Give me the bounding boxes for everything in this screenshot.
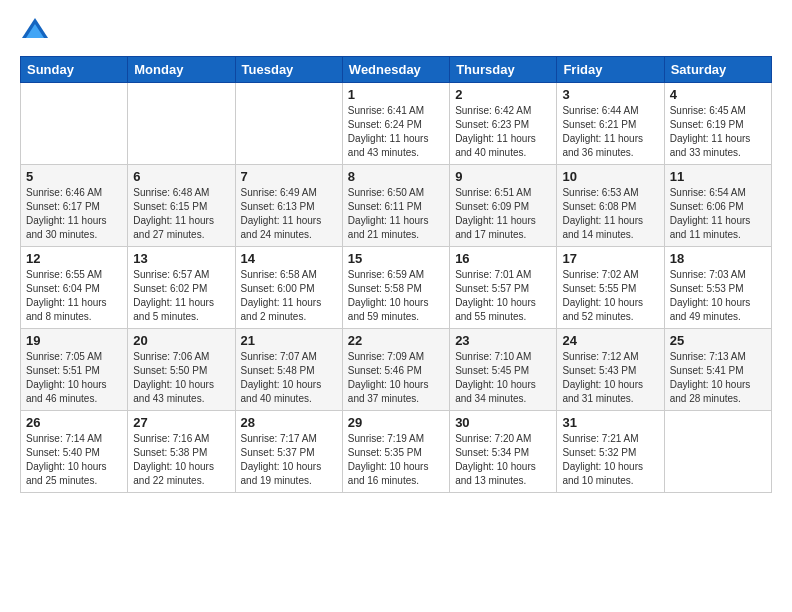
- day-number: 8: [348, 169, 444, 184]
- day-info: Sunrise: 7:03 AM Sunset: 5:53 PM Dayligh…: [670, 268, 766, 324]
- day-number: 28: [241, 415, 337, 430]
- day-number: 3: [562, 87, 658, 102]
- day-number: 16: [455, 251, 551, 266]
- day-cell-19: 19Sunrise: 7:05 AM Sunset: 5:51 PM Dayli…: [21, 329, 128, 411]
- day-info: Sunrise: 7:06 AM Sunset: 5:50 PM Dayligh…: [133, 350, 229, 406]
- day-number: 21: [241, 333, 337, 348]
- day-cell-29: 29Sunrise: 7:19 AM Sunset: 5:35 PM Dayli…: [342, 411, 449, 493]
- day-number: 30: [455, 415, 551, 430]
- day-info: Sunrise: 7:01 AM Sunset: 5:57 PM Dayligh…: [455, 268, 551, 324]
- day-info: Sunrise: 6:42 AM Sunset: 6:23 PM Dayligh…: [455, 104, 551, 160]
- day-number: 18: [670, 251, 766, 266]
- week-row-5: 26Sunrise: 7:14 AM Sunset: 5:40 PM Dayli…: [21, 411, 772, 493]
- day-number: 14: [241, 251, 337, 266]
- day-info: Sunrise: 6:44 AM Sunset: 6:21 PM Dayligh…: [562, 104, 658, 160]
- day-cell-31: 31Sunrise: 7:21 AM Sunset: 5:32 PM Dayli…: [557, 411, 664, 493]
- day-number: 22: [348, 333, 444, 348]
- day-info: Sunrise: 6:41 AM Sunset: 6:24 PM Dayligh…: [348, 104, 444, 160]
- logo-icon: [20, 16, 50, 46]
- day-info: Sunrise: 6:55 AM Sunset: 6:04 PM Dayligh…: [26, 268, 122, 324]
- day-cell-21: 21Sunrise: 7:07 AM Sunset: 5:48 PM Dayli…: [235, 329, 342, 411]
- day-info: Sunrise: 6:46 AM Sunset: 6:17 PM Dayligh…: [26, 186, 122, 242]
- day-number: 29: [348, 415, 444, 430]
- day-number: 4: [670, 87, 766, 102]
- day-info: Sunrise: 6:57 AM Sunset: 6:02 PM Dayligh…: [133, 268, 229, 324]
- day-cell-12: 12Sunrise: 6:55 AM Sunset: 6:04 PM Dayli…: [21, 247, 128, 329]
- day-info: Sunrise: 6:58 AM Sunset: 6:00 PM Dayligh…: [241, 268, 337, 324]
- day-cell-25: 25Sunrise: 7:13 AM Sunset: 5:41 PM Dayli…: [664, 329, 771, 411]
- empty-cell: [128, 83, 235, 165]
- day-number: 24: [562, 333, 658, 348]
- day-info: Sunrise: 6:49 AM Sunset: 6:13 PM Dayligh…: [241, 186, 337, 242]
- day-info: Sunrise: 7:12 AM Sunset: 5:43 PM Dayligh…: [562, 350, 658, 406]
- day-cell-4: 4Sunrise: 6:45 AM Sunset: 6:19 PM Daylig…: [664, 83, 771, 165]
- day-info: Sunrise: 6:45 AM Sunset: 6:19 PM Dayligh…: [670, 104, 766, 160]
- day-info: Sunrise: 7:21 AM Sunset: 5:32 PM Dayligh…: [562, 432, 658, 488]
- day-info: Sunrise: 6:53 AM Sunset: 6:08 PM Dayligh…: [562, 186, 658, 242]
- day-cell-1: 1Sunrise: 6:41 AM Sunset: 6:24 PM Daylig…: [342, 83, 449, 165]
- empty-cell: [664, 411, 771, 493]
- day-number: 26: [26, 415, 122, 430]
- day-number: 20: [133, 333, 229, 348]
- day-info: Sunrise: 6:48 AM Sunset: 6:15 PM Dayligh…: [133, 186, 229, 242]
- day-cell-17: 17Sunrise: 7:02 AM Sunset: 5:55 PM Dayli…: [557, 247, 664, 329]
- day-cell-15: 15Sunrise: 6:59 AM Sunset: 5:58 PM Dayli…: [342, 247, 449, 329]
- day-number: 17: [562, 251, 658, 266]
- day-number: 1: [348, 87, 444, 102]
- day-cell-11: 11Sunrise: 6:54 AM Sunset: 6:06 PM Dayli…: [664, 165, 771, 247]
- day-cell-3: 3Sunrise: 6:44 AM Sunset: 6:21 PM Daylig…: [557, 83, 664, 165]
- day-cell-22: 22Sunrise: 7:09 AM Sunset: 5:46 PM Dayli…: [342, 329, 449, 411]
- weekday-header-saturday: Saturday: [664, 57, 771, 83]
- day-cell-9: 9Sunrise: 6:51 AM Sunset: 6:09 PM Daylig…: [450, 165, 557, 247]
- header: [20, 16, 772, 46]
- day-number: 10: [562, 169, 658, 184]
- day-number: 19: [26, 333, 122, 348]
- day-info: Sunrise: 7:13 AM Sunset: 5:41 PM Dayligh…: [670, 350, 766, 406]
- day-cell-10: 10Sunrise: 6:53 AM Sunset: 6:08 PM Dayli…: [557, 165, 664, 247]
- week-row-4: 19Sunrise: 7:05 AM Sunset: 5:51 PM Dayli…: [21, 329, 772, 411]
- day-number: 6: [133, 169, 229, 184]
- weekday-header-tuesday: Tuesday: [235, 57, 342, 83]
- day-info: Sunrise: 7:20 AM Sunset: 5:34 PM Dayligh…: [455, 432, 551, 488]
- day-info: Sunrise: 7:02 AM Sunset: 5:55 PM Dayligh…: [562, 268, 658, 324]
- day-number: 15: [348, 251, 444, 266]
- weekday-header-thursday: Thursday: [450, 57, 557, 83]
- day-cell-6: 6Sunrise: 6:48 AM Sunset: 6:15 PM Daylig…: [128, 165, 235, 247]
- day-cell-26: 26Sunrise: 7:14 AM Sunset: 5:40 PM Dayli…: [21, 411, 128, 493]
- day-cell-23: 23Sunrise: 7:10 AM Sunset: 5:45 PM Dayli…: [450, 329, 557, 411]
- week-row-1: 1Sunrise: 6:41 AM Sunset: 6:24 PM Daylig…: [21, 83, 772, 165]
- day-number: 11: [670, 169, 766, 184]
- day-cell-18: 18Sunrise: 7:03 AM Sunset: 5:53 PM Dayli…: [664, 247, 771, 329]
- day-number: 31: [562, 415, 658, 430]
- day-number: 25: [670, 333, 766, 348]
- day-number: 13: [133, 251, 229, 266]
- day-info: Sunrise: 7:19 AM Sunset: 5:35 PM Dayligh…: [348, 432, 444, 488]
- day-cell-16: 16Sunrise: 7:01 AM Sunset: 5:57 PM Dayli…: [450, 247, 557, 329]
- day-number: 12: [26, 251, 122, 266]
- day-cell-13: 13Sunrise: 6:57 AM Sunset: 6:02 PM Dayli…: [128, 247, 235, 329]
- day-info: Sunrise: 7:14 AM Sunset: 5:40 PM Dayligh…: [26, 432, 122, 488]
- week-row-3: 12Sunrise: 6:55 AM Sunset: 6:04 PM Dayli…: [21, 247, 772, 329]
- page: SundayMondayTuesdayWednesdayThursdayFrid…: [0, 0, 792, 612]
- empty-cell: [21, 83, 128, 165]
- weekday-header-wednesday: Wednesday: [342, 57, 449, 83]
- day-cell-7: 7Sunrise: 6:49 AM Sunset: 6:13 PM Daylig…: [235, 165, 342, 247]
- day-info: Sunrise: 7:09 AM Sunset: 5:46 PM Dayligh…: [348, 350, 444, 406]
- day-cell-14: 14Sunrise: 6:58 AM Sunset: 6:00 PM Dayli…: [235, 247, 342, 329]
- day-info: Sunrise: 6:59 AM Sunset: 5:58 PM Dayligh…: [348, 268, 444, 324]
- day-info: Sunrise: 6:54 AM Sunset: 6:06 PM Dayligh…: [670, 186, 766, 242]
- day-number: 5: [26, 169, 122, 184]
- day-cell-8: 8Sunrise: 6:50 AM Sunset: 6:11 PM Daylig…: [342, 165, 449, 247]
- day-info: Sunrise: 7:10 AM Sunset: 5:45 PM Dayligh…: [455, 350, 551, 406]
- weekday-header-row: SundayMondayTuesdayWednesdayThursdayFrid…: [21, 57, 772, 83]
- day-info: Sunrise: 7:17 AM Sunset: 5:37 PM Dayligh…: [241, 432, 337, 488]
- empty-cell: [235, 83, 342, 165]
- day-info: Sunrise: 7:07 AM Sunset: 5:48 PM Dayligh…: [241, 350, 337, 406]
- day-info: Sunrise: 7:16 AM Sunset: 5:38 PM Dayligh…: [133, 432, 229, 488]
- day-cell-5: 5Sunrise: 6:46 AM Sunset: 6:17 PM Daylig…: [21, 165, 128, 247]
- day-cell-24: 24Sunrise: 7:12 AM Sunset: 5:43 PM Dayli…: [557, 329, 664, 411]
- day-cell-27: 27Sunrise: 7:16 AM Sunset: 5:38 PM Dayli…: [128, 411, 235, 493]
- day-number: 27: [133, 415, 229, 430]
- weekday-header-monday: Monday: [128, 57, 235, 83]
- day-number: 23: [455, 333, 551, 348]
